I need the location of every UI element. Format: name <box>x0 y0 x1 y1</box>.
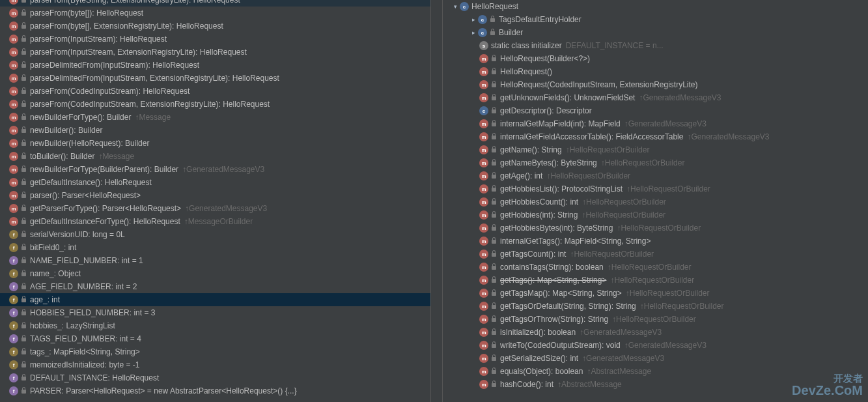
tree-row[interactable]: minternalGetTags(): MapField<String, Str… <box>443 235 868 248</box>
tree-row[interactable]: mtoBuilder(): Builder↑Message <box>0 150 430 163</box>
override-hint: ↑HelloRequestOrBuilder <box>582 197 666 207</box>
chevron-down-icon[interactable]: ▾ <box>452 3 458 10</box>
tree-row[interactable]: fDEFAULT_INSTANCE: HelloRequest <box>0 371 430 384</box>
tree-row[interactable]: mgetTags(): Map<String, String>↑HelloReq… <box>443 274 868 287</box>
tree-row[interactable]: fage_: int <box>0 293 430 306</box>
tree-row[interactable]: mgetTagsOrDefault(String, String): Strin… <box>443 300 868 313</box>
tree-row[interactable]: mparseFrom(byte[]): HelloRequest <box>0 7 430 20</box>
member-label: parseDelimitedFrom(InputStream, Extensio… <box>30 74 279 83</box>
tree-row[interactable]: mparseFrom(ByteString, ExtensionRegistry… <box>0 0 430 7</box>
tree-row[interactable]: minternalGetFieldAccessorTable(): FieldA… <box>443 130 868 143</box>
chevron-right-icon[interactable]: ▸ <box>470 29 477 36</box>
tree-row[interactable]: mcontainsTags(String): boolean↑HelloRequ… <box>443 261 868 274</box>
tree-row[interactable]: fPARSER: Parser<HelloRequest> = new Abst… <box>0 384 430 397</box>
field-icon: f <box>9 347 18 356</box>
tree-row[interactable]: fNAME_FIELD_NUMBER: int = 1 <box>0 254 430 267</box>
tree-row[interactable]: fTAGS_FIELD_NUMBER: int = 4 <box>0 332 430 345</box>
tree-row[interactable]: fhobbies_: LazyStringList <box>0 319 430 332</box>
tree-row[interactable]: mgetDefaultInstanceForType(): HelloReque… <box>0 215 430 228</box>
tree-row[interactable]: mparseFrom(CodedInputStream): HelloReque… <box>0 85 430 98</box>
structure-panel-right[interactable]: ▾cHelloRequest▸cTagsDefaultEntryHolder▸c… <box>443 0 868 402</box>
override-hint: ↑HelloRequestOrBuilder <box>640 302 724 311</box>
tree-row[interactable]: mgetName(): String↑HelloRequestOrBuilder <box>443 143 868 156</box>
tree-row[interactable]: mwriteTo(CodedOutputStream): void↑Genera… <box>443 339 868 352</box>
tree-row[interactable]: mnewBuilderForType(BuilderParent): Build… <box>0 163 430 176</box>
tree-row[interactable]: sstatic class initializerDEFAULT_INSTANC… <box>443 39 868 52</box>
lock-icon <box>21 374 27 382</box>
tree-row[interactable]: mparseFrom(byte[], ExtensionRegistryLite… <box>0 20 430 33</box>
lock-icon <box>491 146 497 154</box>
method-icon: m <box>479 263 488 272</box>
lock-icon <box>21 165 27 173</box>
tree-row[interactable]: ▾cHelloRequest <box>443 0 868 13</box>
tree-row[interactable]: fserialVersionUID: long = 0L <box>0 228 430 241</box>
tree-row[interactable]: mgetNameBytes(): ByteString↑HelloRequest… <box>443 156 868 169</box>
method-icon: m <box>9 22 18 31</box>
member-label: getUnknownFields(): UnknownFieldSet <box>500 93 635 102</box>
method-icon: m <box>9 74 18 83</box>
member-label: parseFrom(byte[]): HelloRequest <box>30 8 143 18</box>
tree-row[interactable]: mparser(): Parser<HelloRequest> <box>0 189 430 202</box>
tree-row[interactable]: mgetUnknownFields(): UnknownFieldSet↑Gen… <box>443 91 868 104</box>
lock-icon <box>491 55 497 63</box>
tree-row[interactable]: mgetParserForType(): Parser<HelloRequest… <box>0 202 430 215</box>
tree-row[interactable]: mgetTagsOrThrow(String): String↑HelloReq… <box>443 313 868 326</box>
lock-icon <box>491 185 497 193</box>
tree-row[interactable]: mHelloRequest(CodedInputStream, Extensio… <box>443 78 868 91</box>
tree-row[interactable]: mnewBuilderForType(): Builder↑Message <box>0 111 430 124</box>
field-icon: f <box>9 243 18 252</box>
tree-row[interactable]: mparseDelimitedFrom(InputStream, Extensi… <box>0 72 430 85</box>
tree-row[interactable]: mgetDefaultInstance(): HelloRequest <box>0 176 430 189</box>
lock-icon <box>491 224 497 232</box>
chevron-right-icon[interactable]: ▸ <box>470 16 477 23</box>
tree-row[interactable]: mnewBuilder(): Builder <box>0 124 430 137</box>
override-hint: ↑HelloRequestOrBuilder <box>608 263 692 272</box>
override-hint: DEFAULT_INSTANCE = n... <box>566 41 664 50</box>
lock-icon <box>21 87 27 95</box>
lock-icon <box>21 35 27 43</box>
tree-row[interactable]: mhashCode(): int↑AbstractMessage <box>443 378 868 391</box>
method-icon: m <box>9 178 18 187</box>
tree-row[interactable]: minternalGetMapField(int): MapField↑Gene… <box>443 117 868 130</box>
tree-row[interactable]: fmemoizedIsInitialized: byte = -1 <box>0 358 430 371</box>
tree-row[interactable]: mparseFrom(InputStream, ExtensionRegistr… <box>0 46 430 59</box>
member-label: parseFrom(byte[], ExtensionRegistryLite)… <box>30 22 223 31</box>
member-label: getTagsMap(): Map<String, String> <box>500 289 622 298</box>
member-label: HelloRequest(Builder<?>) <box>500 54 590 63</box>
member-label: getDescriptor(): Descriptor <box>500 106 592 115</box>
tree-row[interactable]: cgetDescriptor(): Descriptor <box>443 104 868 117</box>
member-label: tags_: MapField<String, String> <box>30 347 140 356</box>
tree-row[interactable]: fbitField0_: int <box>0 241 430 254</box>
tree-row[interactable]: mgetHobbies(int): String↑HelloRequestOrB… <box>443 208 868 222</box>
tree-row[interactable]: mgetAge(): int↑HelloRequestOrBuilder <box>443 169 868 182</box>
tree-row[interactable]: mparseFrom(CodedInputStream, ExtensionRe… <box>0 98 430 111</box>
tree-row[interactable]: misInitialized(): boolean↑GeneratedMessa… <box>443 326 868 339</box>
field-purple-icon: f <box>9 386 18 395</box>
member-label: parseFrom(ByteString, ExtensionRegistryL… <box>30 0 240 5</box>
tree-row[interactable]: mgetTagsCount(): int↑HelloRequestOrBuild… <box>443 248 868 261</box>
tree-row[interactable]: mHelloRequest() <box>443 65 868 78</box>
tree-row[interactable]: mparseFrom(InputStream): HelloRequest <box>0 33 430 46</box>
field-icon: f <box>9 360 18 369</box>
tree-row[interactable]: mequals(Object): boolean↑AbstractMessage <box>443 365 868 378</box>
method-icon: m <box>9 61 18 70</box>
tree-row[interactable]: fAGE_FIELD_NUMBER: int = 2 <box>0 280 430 293</box>
tree-row[interactable]: mgetHobbiesBytes(int): ByteString↑HelloR… <box>443 222 868 235</box>
tree-row[interactable]: ▸cTagsDefaultEntryHolder <box>443 13 868 26</box>
tree-row[interactable]: mgetSerializedSize(): int↑GeneratedMessa… <box>443 352 868 365</box>
tree-row[interactable]: ▸cBuilder <box>443 26 868 39</box>
tree-row[interactable]: mnewBuilder(HelloRequest): Builder <box>0 137 430 150</box>
tree-row[interactable]: fHOBBIES_FIELD_NUMBER: int = 3 <box>0 306 430 319</box>
tree-row[interactable]: mparseDelimitedFrom(InputStream): HelloR… <box>0 59 430 72</box>
tree-row[interactable]: ftags_: MapField<String, String> <box>0 345 430 358</box>
structure-panel-left[interactable]: mparseFrom(ByteString, ExtensionRegistry… <box>0 0 431 402</box>
tree-row[interactable]: mgetHobbiesCount(): int↑HelloRequestOrBu… <box>443 195 868 208</box>
override-hint: ↑HelloRequestOrBuilder <box>546 171 630 180</box>
tree-row[interactable]: mHelloRequest(Builder<?>) <box>443 52 868 65</box>
tree-row[interactable]: mgetTagsMap(): Map<String, String>↑Hello… <box>443 287 868 300</box>
tree-row[interactable]: fname_: Object <box>0 267 430 280</box>
panel-splitter[interactable] <box>431 0 443 402</box>
override-hint: ↑GeneratedMessageV3 <box>639 93 721 102</box>
static-icon: s <box>479 41 488 50</box>
tree-row[interactable]: mgetHobbiesList(): ProtocolStringList↑He… <box>443 182 868 195</box>
